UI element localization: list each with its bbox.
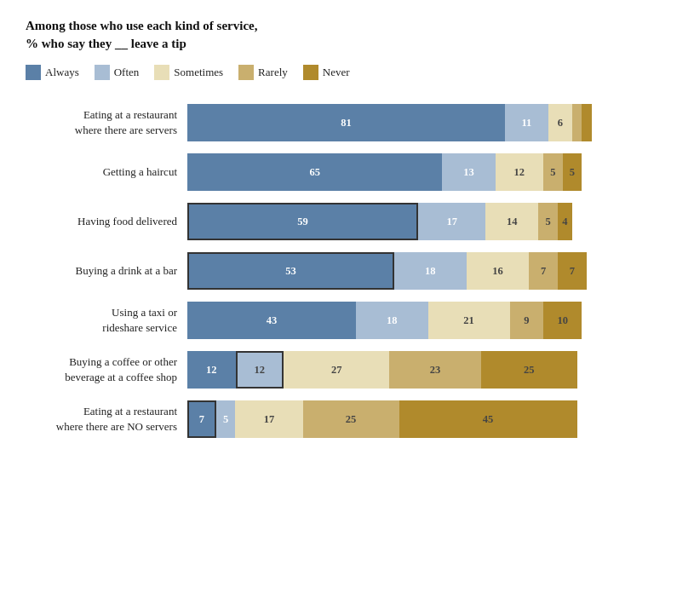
legend-swatch-rarely bbox=[238, 65, 254, 80]
legend-item-never: Never bbox=[303, 65, 350, 80]
bar-segment-0-always: 81 bbox=[187, 104, 505, 141]
bar-segment-5-never: 25 bbox=[481, 351, 577, 389]
bar-segment-4-always: 43 bbox=[187, 302, 356, 339]
bar-segment-5-always: 12 bbox=[187, 351, 236, 389]
chart-legend: AlwaysOftenSometimesRarelyNever bbox=[26, 65, 668, 80]
bar-segment-5-sometimes: 27 bbox=[284, 351, 389, 389]
chart-row-2: Having food delivered59171454 bbox=[26, 203, 668, 240]
bar-segment-2-always: 59 bbox=[187, 203, 418, 240]
bar-segment-3-rarely: 7 bbox=[529, 252, 558, 290]
chart-row-3: Buying a drink at a bar53181677 bbox=[26, 252, 668, 290]
bar-container-5: 1212272325 bbox=[187, 351, 668, 389]
bar-segment-3-sometimes: 16 bbox=[467, 252, 529, 290]
bar-segment-6-sometimes: 17 bbox=[235, 400, 302, 438]
bar-segment-3-often: 18 bbox=[394, 252, 467, 290]
chart-area: Eating at a restaurantwhere there are se… bbox=[26, 104, 668, 438]
chart-title: Among those who use each kind of service… bbox=[26, 17, 668, 53]
row-label-2: Having food delivered bbox=[26, 214, 187, 229]
bar-segment-0-often: 11 bbox=[505, 104, 548, 141]
bar-segment-4-rarely: 9 bbox=[510, 302, 544, 339]
chart-row-5: Buying a coffee or otherbeverage at a co… bbox=[26, 351, 668, 389]
bar-segment-1-sometimes: 12 bbox=[496, 153, 544, 191]
bar-container-1: 65131255 bbox=[187, 153, 668, 191]
bar-container-4: 431821910 bbox=[187, 302, 668, 339]
bar-container-2: 59171454 bbox=[187, 203, 668, 240]
bar-segment-0-sometimes: 6 bbox=[548, 104, 572, 141]
bar-segment-4-often: 18 bbox=[356, 302, 428, 339]
bar-segment-0-rarely bbox=[572, 104, 582, 141]
legend-label-sometimes: Sometimes bbox=[174, 66, 223, 79]
legend-item-often: Often bbox=[95, 65, 140, 80]
bar-segment-1-always: 65 bbox=[187, 153, 442, 191]
row-label-5: Buying a coffee or otherbeverage at a co… bbox=[26, 354, 187, 384]
bar-segment-4-never: 10 bbox=[543, 302, 582, 339]
bar-segment-5-rarely: 23 bbox=[389, 351, 480, 389]
row-label-4: Using a taxi orrideshare service bbox=[26, 305, 187, 335]
chart-row-4: Using a taxi orrideshare service43182191… bbox=[26, 302, 668, 339]
bar-segment-6-always: 7 bbox=[187, 400, 216, 438]
legend-label-often: Often bbox=[114, 66, 140, 79]
row-label-3: Buying a drink at a bar bbox=[26, 263, 187, 279]
legend-item-rarely: Rarely bbox=[238, 65, 288, 80]
bar-segment-6-never: 45 bbox=[399, 400, 577, 438]
legend-swatch-sometimes bbox=[154, 65, 169, 80]
legend-label-rarely: Rarely bbox=[258, 66, 288, 79]
bar-segment-6-rarely: 25 bbox=[303, 400, 399, 438]
bar-container-6: 75172545 bbox=[187, 400, 668, 438]
bar-segment-2-rarely: 5 bbox=[538, 203, 558, 240]
chart-row-1: Getting a haircut65131255 bbox=[26, 153, 668, 191]
bar-segment-1-never: 5 bbox=[563, 153, 582, 191]
bar-segment-6-often: 5 bbox=[216, 400, 236, 438]
chart-row-6: Eating at a restaurantwhere there are NO… bbox=[26, 400, 668, 438]
bar-segment-3-always: 53 bbox=[187, 252, 394, 290]
row-label-6: Eating at a restaurantwhere there are NO… bbox=[26, 404, 187, 434]
bar-segment-2-often: 17 bbox=[418, 203, 485, 240]
legend-swatch-never bbox=[303, 65, 318, 80]
bar-segment-1-often: 13 bbox=[442, 153, 495, 191]
bar-segment-2-never: 4 bbox=[558, 203, 572, 240]
legend-item-always: Always bbox=[26, 65, 79, 80]
bar-segment-2-sometimes: 14 bbox=[485, 203, 538, 240]
bar-segment-1-rarely: 5 bbox=[543, 153, 563, 191]
legend-item-sometimes: Sometimes bbox=[154, 65, 223, 80]
legend-swatch-often bbox=[95, 65, 110, 80]
bar-segment-0-never bbox=[582, 104, 591, 141]
legend-swatch-always bbox=[26, 65, 41, 80]
bar-segment-3-never: 7 bbox=[558, 252, 587, 290]
legend-label-never: Never bbox=[323, 66, 350, 79]
bar-segment-5-often: 12 bbox=[236, 351, 284, 389]
legend-label-always: Always bbox=[45, 66, 79, 79]
row-label-0: Eating at a restaurantwhere there are se… bbox=[26, 107, 187, 137]
bar-container-0: 81116 bbox=[187, 104, 668, 141]
chart-row-0: Eating at a restaurantwhere there are se… bbox=[26, 104, 668, 141]
row-label-1: Getting a haircut bbox=[26, 164, 187, 180]
bar-container-3: 53181677 bbox=[187, 252, 668, 290]
bar-segment-4-sometimes: 21 bbox=[428, 302, 510, 339]
